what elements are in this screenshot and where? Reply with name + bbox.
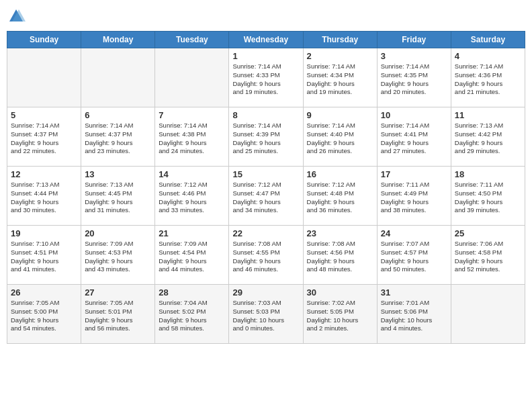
- calendar-cell: 11Sunrise: 7:13 AM Sunset: 4:42 PM Dayli…: [451, 107, 525, 167]
- day-info: Sunrise: 7:14 AM Sunset: 4:40 PM Dayligh…: [307, 122, 373, 156]
- page-header: [7, 7, 525, 26]
- day-info: Sunrise: 7:12 AM Sunset: 4:47 PM Dayligh…: [232, 181, 299, 215]
- day-info: Sunrise: 7:14 AM Sunset: 4:35 PM Dayligh…: [381, 62, 447, 97]
- calendar-cell: [7, 48, 81, 107]
- day-info: Sunrise: 7:04 AM Sunset: 5:02 PM Dayligh…: [159, 299, 225, 333]
- day-info: Sunrise: 7:14 AM Sunset: 4:36 PM Dayligh…: [455, 62, 521, 97]
- day-header-monday: Monday: [81, 32, 155, 48]
- day-number: 29: [232, 287, 299, 298]
- day-number: 11: [455, 110, 521, 120]
- day-info: Sunrise: 7:05 AM Sunset: 5:00 PM Dayligh…: [11, 299, 77, 333]
- calendar-cell: 10Sunrise: 7:14 AM Sunset: 4:41 PM Dayli…: [377, 107, 451, 167]
- day-number: 25: [455, 228, 521, 238]
- day-number: 24: [381, 228, 447, 238]
- calendar-week-row: 1Sunrise: 7:14 AM Sunset: 4:33 PM Daylig…: [7, 48, 525, 107]
- day-info: Sunrise: 7:13 AM Sunset: 4:45 PM Dayligh…: [85, 181, 151, 215]
- day-info: Sunrise: 7:13 AM Sunset: 4:42 PM Dayligh…: [455, 122, 521, 156]
- day-info: Sunrise: 7:14 AM Sunset: 4:37 PM Dayligh…: [85, 122, 151, 156]
- day-info: Sunrise: 7:12 AM Sunset: 4:48 PM Dayligh…: [307, 181, 373, 215]
- calendar-cell: 4Sunrise: 7:14 AM Sunset: 4:36 PM Daylig…: [451, 48, 525, 107]
- calendar-cell: [451, 285, 525, 344]
- day-number: 2: [307, 51, 373, 61]
- calendar-cell: [155, 48, 229, 107]
- day-number: 6: [85, 110, 151, 120]
- calendar-week-row: 19Sunrise: 7:10 AM Sunset: 4:51 PM Dayli…: [7, 226, 525, 285]
- day-number: 5: [11, 110, 77, 120]
- day-info: Sunrise: 7:03 AM Sunset: 5:03 PM Dayligh…: [232, 299, 299, 333]
- day-info: Sunrise: 7:09 AM Sunset: 4:53 PM Dayligh…: [85, 240, 151, 274]
- calendar-week-row: 12Sunrise: 7:13 AM Sunset: 4:44 PM Dayli…: [7, 167, 525, 226]
- calendar-cell: 12Sunrise: 7:13 AM Sunset: 4:44 PM Dayli…: [7, 167, 81, 226]
- calendar-cell: 28Sunrise: 7:04 AM Sunset: 5:02 PM Dayli…: [155, 285, 229, 344]
- calendar-cell: 27Sunrise: 7:05 AM Sunset: 5:01 PM Dayli…: [81, 285, 155, 344]
- day-info: Sunrise: 7:14 AM Sunset: 4:38 PM Dayligh…: [159, 122, 225, 156]
- calendar-week-row: 5Sunrise: 7:14 AM Sunset: 4:37 PM Daylig…: [7, 107, 525, 167]
- day-info: Sunrise: 7:14 AM Sunset: 4:41 PM Dayligh…: [381, 122, 447, 156]
- calendar-cell: 26Sunrise: 7:05 AM Sunset: 5:00 PM Dayli…: [7, 285, 81, 344]
- day-number: 27: [85, 287, 151, 298]
- day-number: 13: [85, 169, 151, 179]
- calendar-cell: 18Sunrise: 7:11 AM Sunset: 4:50 PM Dayli…: [451, 167, 525, 226]
- calendar-cell: 7Sunrise: 7:14 AM Sunset: 4:38 PM Daylig…: [155, 107, 229, 167]
- day-number: 3: [381, 51, 447, 61]
- day-number: 18: [455, 169, 521, 179]
- day-number: 28: [159, 287, 225, 298]
- day-number: 8: [232, 110, 299, 120]
- day-number: 4: [455, 51, 521, 61]
- day-info: Sunrise: 7:07 AM Sunset: 4:57 PM Dayligh…: [381, 240, 447, 274]
- logo: [7, 7, 28, 26]
- day-header-tuesday: Tuesday: [155, 32, 229, 48]
- day-info: Sunrise: 7:08 AM Sunset: 4:56 PM Dayligh…: [307, 240, 373, 274]
- calendar-cell: 20Sunrise: 7:09 AM Sunset: 4:53 PM Dayli…: [81, 226, 155, 285]
- day-number: 19: [11, 228, 77, 238]
- day-number: 23: [307, 228, 373, 238]
- calendar-cell: 9Sunrise: 7:14 AM Sunset: 4:40 PM Daylig…: [303, 107, 377, 167]
- day-number: 26: [11, 287, 77, 298]
- day-info: Sunrise: 7:11 AM Sunset: 4:49 PM Dayligh…: [381, 181, 447, 215]
- day-number: 10: [381, 110, 447, 120]
- day-info: Sunrise: 7:06 AM Sunset: 4:58 PM Dayligh…: [455, 240, 521, 274]
- day-number: 22: [232, 228, 299, 238]
- day-header-saturday: Saturday: [451, 32, 525, 48]
- calendar-cell: 22Sunrise: 7:08 AM Sunset: 4:55 PM Dayli…: [229, 226, 303, 285]
- day-number: 14: [159, 169, 225, 179]
- calendar-cell: 21Sunrise: 7:09 AM Sunset: 4:54 PM Dayli…: [155, 226, 229, 285]
- day-number: 30: [307, 287, 373, 298]
- day-info: Sunrise: 7:08 AM Sunset: 4:55 PM Dayligh…: [232, 240, 299, 274]
- day-info: Sunrise: 7:09 AM Sunset: 4:54 PM Dayligh…: [159, 240, 225, 274]
- calendar-cell: 24Sunrise: 7:07 AM Sunset: 4:57 PM Dayli…: [377, 226, 451, 285]
- calendar-cell: [81, 48, 155, 107]
- day-info: Sunrise: 7:14 AM Sunset: 4:37 PM Dayligh…: [11, 122, 77, 156]
- day-info: Sunrise: 7:02 AM Sunset: 5:05 PM Dayligh…: [307, 299, 373, 333]
- day-info: Sunrise: 7:10 AM Sunset: 4:51 PM Dayligh…: [11, 240, 77, 274]
- day-info: Sunrise: 7:13 AM Sunset: 4:44 PM Dayligh…: [11, 181, 77, 215]
- calendar-cell: 1Sunrise: 7:14 AM Sunset: 4:33 PM Daylig…: [229, 48, 303, 107]
- day-number: 9: [307, 110, 373, 120]
- calendar-cell: 5Sunrise: 7:14 AM Sunset: 4:37 PM Daylig…: [7, 107, 81, 167]
- day-info: Sunrise: 7:14 AM Sunset: 4:34 PM Dayligh…: [307, 62, 373, 97]
- day-info: Sunrise: 7:11 AM Sunset: 4:50 PM Dayligh…: [455, 181, 521, 215]
- day-info: Sunrise: 7:01 AM Sunset: 5:06 PM Dayligh…: [381, 299, 447, 333]
- day-number: 1: [232, 51, 299, 61]
- calendar-week-row: 26Sunrise: 7:05 AM Sunset: 5:00 PM Dayli…: [7, 285, 525, 344]
- calendar-cell: 6Sunrise: 7:14 AM Sunset: 4:37 PM Daylig…: [81, 107, 155, 167]
- day-number: 17: [381, 169, 447, 179]
- calendar-cell: 14Sunrise: 7:12 AM Sunset: 4:46 PM Dayli…: [155, 167, 229, 226]
- calendar-cell: 3Sunrise: 7:14 AM Sunset: 4:35 PM Daylig…: [377, 48, 451, 107]
- day-number: 20: [85, 228, 151, 238]
- day-number: 12: [11, 169, 77, 179]
- day-header-thursday: Thursday: [303, 32, 377, 48]
- day-header-sunday: Sunday: [7, 32, 81, 48]
- calendar-cell: 23Sunrise: 7:08 AM Sunset: 4:56 PM Dayli…: [303, 226, 377, 285]
- day-number: 7: [159, 110, 225, 120]
- calendar-header-row: SundayMondayTuesdayWednesdayThursdayFrid…: [7, 32, 525, 48]
- day-header-wednesday: Wednesday: [229, 32, 303, 48]
- day-number: 15: [232, 169, 299, 179]
- day-number: 21: [159, 228, 225, 238]
- calendar-cell: 15Sunrise: 7:12 AM Sunset: 4:47 PM Dayli…: [229, 167, 303, 226]
- calendar-cell: 19Sunrise: 7:10 AM Sunset: 4:51 PM Dayli…: [7, 226, 81, 285]
- day-header-friday: Friday: [377, 32, 451, 48]
- logo-icon: [7, 7, 26, 26]
- calendar-cell: 8Sunrise: 7:14 AM Sunset: 4:39 PM Daylig…: [229, 107, 303, 167]
- day-info: Sunrise: 7:14 AM Sunset: 4:39 PM Dayligh…: [232, 122, 299, 156]
